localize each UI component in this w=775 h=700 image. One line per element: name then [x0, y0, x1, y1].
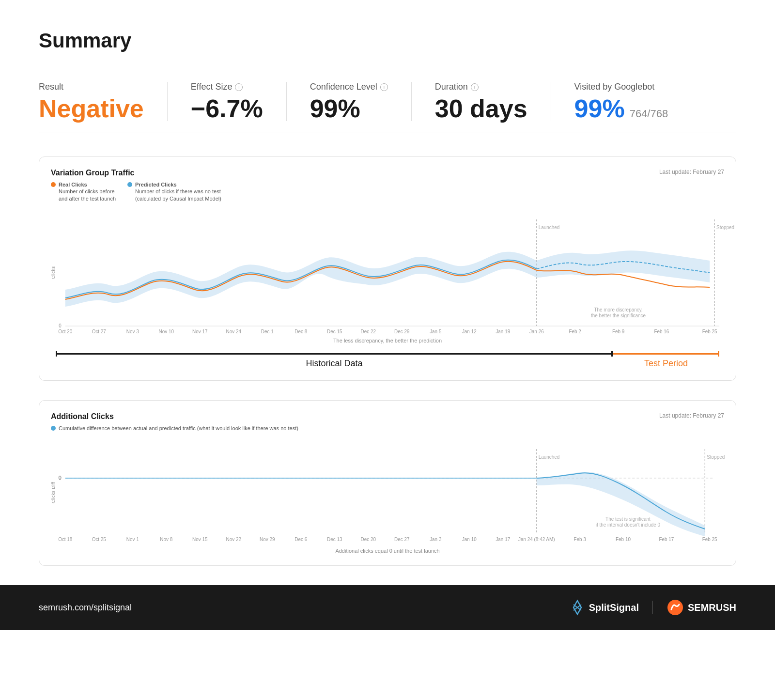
- svg-text:Dec 27: Dec 27: [394, 537, 410, 542]
- timeline-test: [613, 353, 719, 355]
- timeline-historical-label: Historical Data: [56, 358, 613, 369]
- effect-size-label: Effect Size i: [191, 82, 263, 92]
- svg-text:Nov 10: Nov 10: [159, 329, 174, 334]
- footer-logos: SplitSignal SEMRUSH: [570, 599, 736, 616]
- duration-label: Duration i: [435, 82, 527, 92]
- effect-size-value: −6.7%: [191, 96, 263, 121]
- svg-text:Dec 1: Dec 1: [261, 329, 274, 334]
- semrush-logo: SEMRUSH: [666, 599, 736, 616]
- chart1-title-area: Variation Group Traffic Real Clicks Numb…: [51, 169, 221, 204]
- svg-text:Clicks: Clicks: [50, 266, 56, 280]
- timeline-test-label: Test Period: [613, 358, 719, 369]
- svg-text:Jan 3: Jan 3: [430, 537, 442, 542]
- chart1-title: Variation Group Traffic: [51, 169, 221, 177]
- svg-text:Feb 17: Feb 17: [659, 537, 674, 542]
- svg-text:Dec 13: Dec 13: [327, 537, 342, 542]
- page-title: Summary: [39, 29, 736, 52]
- chart2-card: Additional Clicks Cumulative difference …: [39, 400, 736, 566]
- svg-text:Nov 15: Nov 15: [192, 537, 208, 542]
- svg-text:Launched: Launched: [539, 454, 560, 460]
- confidence-label: Confidence Level i: [310, 82, 388, 92]
- svg-text:Jan 19: Jan 19: [496, 329, 510, 334]
- svg-text:the better the significance: the better the significance: [591, 313, 646, 318]
- svg-text:Feb 16: Feb 16: [654, 329, 669, 334]
- svg-text:Dec 8: Dec 8: [294, 329, 307, 334]
- chart2-legend: Cumulative difference between actual and…: [51, 425, 298, 432]
- svg-point-56: [667, 600, 683, 615]
- real-clicks-legend: Real Clicks Number of clicks beforeand a…: [59, 181, 116, 202]
- metric-duration: Duration i 30 days: [435, 82, 551, 121]
- svg-text:Nov 29: Nov 29: [260, 537, 275, 542]
- svg-text:Nov 17: Nov 17: [192, 329, 208, 334]
- svg-text:Dec 20: Dec 20: [361, 537, 376, 542]
- metric-googlebot: Visited by Googlebot 99% 764/768: [574, 82, 692, 121]
- svg-text:Jan 24 (8:42 AM): Jan 24 (8:42 AM): [518, 537, 555, 542]
- svg-text:Oct 18: Oct 18: [58, 537, 73, 542]
- svg-text:Oct 20: Oct 20: [58, 329, 73, 334]
- googlebot-label: Visited by Googlebot: [574, 82, 668, 92]
- chart2-area: Clicks Diff 0 Launched Stopped Oct 18: [51, 439, 724, 546]
- additional-clicks-dot: [51, 426, 56, 431]
- svg-text:Stopped: Stopped: [707, 454, 725, 460]
- main-content: Summary Result Negative Effect Size i −6…: [0, 0, 775, 566]
- chart1-card: Variation Group Traffic Real Clicks Numb…: [39, 156, 736, 381]
- svg-text:Jan 26: Jan 26: [529, 329, 544, 334]
- chart1-header: Variation Group Traffic Real Clicks Numb…: [51, 169, 724, 204]
- svg-text:Dec 6: Dec 6: [294, 537, 307, 542]
- googlebot-value-row: 99% 764/768: [574, 96, 668, 121]
- confidence-info-icon[interactable]: i: [380, 83, 388, 91]
- chart2-title: Additional Clicks: [51, 412, 298, 421]
- chart2-last-update: Last update: February 27: [659, 412, 724, 419]
- svg-text:Nov 1: Nov 1: [126, 537, 139, 542]
- additional-clicks-legend: Cumulative difference between actual and…: [59, 425, 298, 432]
- svg-text:if the interval doesn't includ: if the interval doesn't include 0: [596, 522, 661, 528]
- svg-text:Feb 9: Feb 9: [612, 329, 625, 334]
- footer-divider: [652, 601, 653, 614]
- semrush-label: SEMRUSH: [688, 602, 736, 613]
- confidence-value: 99%: [310, 96, 388, 121]
- svg-text:Feb 10: Feb 10: [616, 537, 631, 542]
- duration-info-icon[interactable]: i: [471, 83, 479, 91]
- svg-text:Feb 3: Feb 3: [574, 537, 586, 542]
- timeline-labels: Historical Data Test Period: [51, 355, 724, 369]
- svg-text:Oct 27: Oct 27: [92, 329, 107, 334]
- timeline-bar: [51, 353, 724, 355]
- splitsignal-label: SplitSignal: [589, 602, 639, 613]
- svg-text:Nov 22: Nov 22: [226, 537, 242, 542]
- legend-predicted-clicks: Predicted Clicks Number of clicks if the…: [127, 181, 221, 202]
- effect-size-info-icon[interactable]: i: [235, 83, 243, 91]
- svg-text:Dec 22: Dec 22: [361, 329, 376, 334]
- footer: semrush.com/splitsignal SplitSignal SEMR…: [0, 585, 775, 630]
- metric-effect-size: Effect Size i −6.7%: [191, 82, 287, 121]
- metrics-row: Result Negative Effect Size i −6.7% Conf…: [39, 70, 736, 133]
- chart1-last-update: Last update: February 27: [659, 169, 724, 175]
- svg-text:Feb 25: Feb 25: [702, 329, 717, 334]
- svg-text:0: 0: [59, 475, 62, 481]
- svg-text:Feb 25: Feb 25: [702, 537, 717, 542]
- splitsignal-logo: SplitSignal: [570, 600, 639, 615]
- svg-text:Jan 5: Jan 5: [430, 329, 442, 334]
- svg-text:Nov 24: Nov 24: [226, 329, 242, 334]
- predicted-clicks-legend: Predicted Clicks Number of clicks if the…: [135, 181, 221, 202]
- svg-text:Oct 25: Oct 25: [92, 537, 107, 542]
- svg-text:Jan 17: Jan 17: [496, 537, 510, 542]
- footer-url: semrush.com/splitsignal: [39, 603, 132, 613]
- chart2-subtitle: Additional clicks equal 0 until the test…: [51, 548, 724, 554]
- real-clicks-dot: [51, 182, 56, 187]
- chart1-subtitle: The less discrepancy, the better the pre…: [51, 338, 724, 343]
- chart1-legend: Real Clicks Number of clicks beforeand a…: [51, 181, 221, 202]
- predicted-clicks-dot: [127, 182, 132, 187]
- svg-text:Feb 2: Feb 2: [569, 329, 582, 334]
- result-label: Result: [39, 82, 144, 92]
- googlebot-fraction: 764/768: [630, 108, 668, 120]
- duration-value: 30 days: [435, 96, 527, 121]
- metric-result: Result Negative: [39, 82, 168, 121]
- semrush-icon: [666, 599, 684, 616]
- result-value: Negative: [39, 96, 144, 121]
- svg-text:Stopped: Stopped: [716, 225, 734, 230]
- chart1-area: Clicks 0 Launched Stopped: [51, 210, 724, 336]
- legend-real-clicks: Real Clicks Number of clicks beforeand a…: [51, 181, 116, 202]
- timeline-historical: [56, 353, 613, 355]
- legend-additional-clicks: Cumulative difference between actual and…: [51, 425, 298, 432]
- svg-text:The test is significant: The test is significant: [605, 516, 651, 522]
